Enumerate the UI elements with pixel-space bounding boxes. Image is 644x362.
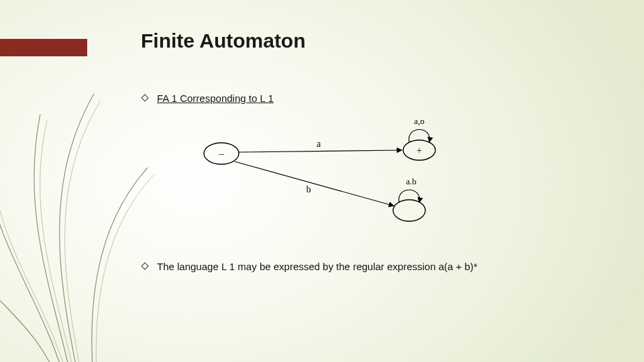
accent-bar [0,39,87,56]
svg-point-3 [393,200,425,221]
bullet-1-text: FA 1 Corresponding to L 1 [157,93,274,104]
svg-line-5 [235,162,394,206]
diamond-bullet-icon [141,262,149,270]
start-state-label: – [218,148,224,159]
fa-diagram: – + a,b a.b a b [195,120,476,227]
edge-b-label: b [307,184,311,194]
bullet-1: FA 1 Corresponding to L 1 [141,93,597,104]
svg-line-4 [239,150,402,152]
svg-rect-6 [142,263,148,269]
diamond-bullet-icon [141,94,149,102]
slide-content: Finite Automaton FA 1 Corresponding to L… [141,29,597,288]
edge-a-label: a [317,139,321,149]
loop1-label: a,b [414,120,425,126]
slide-title: Finite Automaton [141,29,597,52]
loop2-label: a.b [406,176,417,186]
bullet-2-text: The language L 1 may be expressed by the… [157,261,478,272]
svg-rect-0 [142,95,148,101]
accept-state-label: + [417,145,422,156]
bullet-2: The language L 1 may be expressed by the… [141,261,597,272]
